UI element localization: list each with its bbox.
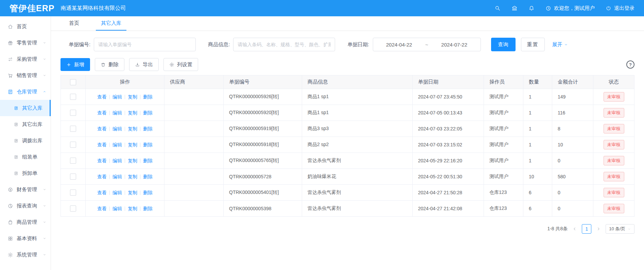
edit-link[interactable]: 编辑 xyxy=(109,111,125,115)
column-settings-label: 列设置 xyxy=(177,61,192,68)
col-header-product: 商品信息 xyxy=(302,75,413,89)
date-from-value[interactable]: 2024-04-22 xyxy=(386,42,412,48)
sidebar-item-system[interactable]: 系统管理 xyxy=(0,247,51,263)
sidebar-item-label: 其它入库 xyxy=(22,105,42,111)
doc-icon xyxy=(14,138,19,143)
delete-link[interactable]: 删除 xyxy=(140,206,155,211)
cell-date: 2024-07-05 00:13:43 xyxy=(413,105,484,121)
delete-link[interactable]: 删除 xyxy=(140,127,155,131)
edit-link[interactable]: 编辑 xyxy=(109,206,125,211)
edit-link[interactable]: 编辑 xyxy=(109,95,125,99)
sidebar-item-transfer-outbound[interactable]: 调拨出库 xyxy=(0,132,51,149)
view-link[interactable]: 查看 xyxy=(94,111,109,115)
search-icon[interactable] xyxy=(494,5,501,11)
date-to-value[interactable]: 2024-07-22 xyxy=(441,42,467,48)
row-checkbox[interactable] xyxy=(70,142,76,148)
sidebar-item-retail[interactable]: 零售管理 xyxy=(0,35,51,51)
sidebar-item-reports[interactable]: 报表查询 xyxy=(0,198,51,214)
row-checkbox[interactable] xyxy=(70,174,76,180)
copy-link[interactable]: 复制 xyxy=(125,159,140,163)
sidebar-item-label: 拆卸单 xyxy=(22,170,37,177)
edit-link[interactable]: 编辑 xyxy=(109,143,125,147)
sidebar-item-finance[interactable]: 财务管理 xyxy=(0,181,51,198)
copy-link[interactable]: 复制 xyxy=(125,95,140,99)
cell-date: 2024-07-03 23:22:05 xyxy=(413,121,484,137)
notification-bell-icon[interactable] xyxy=(528,5,535,11)
sidebar-item-assembly[interactable]: 组装单 xyxy=(0,149,51,165)
export-button[interactable]: 导出 xyxy=(129,58,159,71)
view-link[interactable]: 查看 xyxy=(94,127,109,131)
cell-date: 2024-07-03 23:15:02 xyxy=(413,137,484,153)
page-number-button[interactable]: 1 xyxy=(582,224,591,234)
cell-status: 未审核 xyxy=(593,105,634,121)
sidebar-item-goods[interactable]: 商品管理 xyxy=(0,214,51,230)
copy-link[interactable]: 复制 xyxy=(125,111,140,115)
edit-link[interactable]: 编辑 xyxy=(109,159,125,163)
row-checkbox[interactable] xyxy=(70,94,76,100)
status-badge: 未审核 xyxy=(604,156,624,165)
sidebar-item-warehouse[interactable]: 仓库管理 xyxy=(0,84,51,100)
copy-link[interactable]: 复制 xyxy=(125,206,140,211)
edit-link[interactable]: 编辑 xyxy=(109,127,125,131)
status-badge: 未审核 xyxy=(604,188,624,197)
view-link[interactable]: 查看 xyxy=(94,191,109,195)
sidebar-item-purchase[interactable]: 采购管理 xyxy=(0,51,51,67)
view-link[interactable]: 查看 xyxy=(94,206,109,211)
add-button[interactable]: 新增 xyxy=(60,58,90,71)
date-range-picker[interactable]: 2024-04-22 ~ 2024-07-22 xyxy=(373,38,481,51)
chevron-down-icon xyxy=(564,42,568,47)
sidebar-item-other-outbound[interactable]: 其它出库 xyxy=(0,116,51,132)
cell-qty: 6 xyxy=(523,185,552,201)
welcome-user[interactable]: 欢迎您，测试用户 xyxy=(545,5,595,12)
sidebar-item-home[interactable]: 首页 xyxy=(0,18,51,35)
row-checkbox[interactable] xyxy=(70,190,76,196)
tab-home[interactable]: 首页 xyxy=(64,16,84,31)
row-checkbox[interactable] xyxy=(70,126,76,132)
column-settings-button[interactable]: 列设置 xyxy=(163,58,198,71)
product-info-input[interactable] xyxy=(233,38,335,51)
delete-link[interactable]: 删除 xyxy=(140,143,155,147)
row-checkbox[interactable] xyxy=(70,205,76,212)
cell-product: 商品2 sp2 xyxy=(302,137,413,153)
organization-icon[interactable] xyxy=(511,5,518,11)
delete-link[interactable]: 删除 xyxy=(140,95,155,99)
sidebar-item-disassembly[interactable]: 拆卸单 xyxy=(0,165,51,181)
expand-toggle[interactable]: 展开 xyxy=(552,41,568,48)
order-no-input[interactable] xyxy=(94,38,196,51)
doc-icon xyxy=(14,171,19,176)
reset-button[interactable]: 重置 xyxy=(521,38,545,51)
copy-link[interactable]: 复制 xyxy=(125,127,140,131)
doc-icon xyxy=(14,122,19,127)
edit-link[interactable]: 编辑 xyxy=(109,191,125,195)
copy-link[interactable]: 复制 xyxy=(125,143,140,147)
view-link[interactable]: 查看 xyxy=(94,175,109,179)
delete-link[interactable]: 删除 xyxy=(140,159,155,163)
next-page-button[interactable] xyxy=(596,226,601,232)
sidebar-item-other-inbound[interactable]: 其它入库 xyxy=(0,100,51,116)
row-checkbox[interactable] xyxy=(70,158,76,164)
sidebar-item-basic-data[interactable]: 基本资料 xyxy=(0,230,51,247)
delete-link[interactable]: 删除 xyxy=(140,175,155,179)
sidebar-item-sales[interactable]: 销售管理 xyxy=(0,67,51,84)
help-icon[interactable]: ? xyxy=(626,60,634,69)
delete-link[interactable]: 删除 xyxy=(140,191,155,195)
app-logo: 管伊佳ERP xyxy=(0,3,60,14)
edit-link[interactable]: 编辑 xyxy=(109,175,125,179)
row-checkbox[interactable] xyxy=(70,110,76,116)
select-all-checkbox[interactable] xyxy=(70,79,76,85)
sidebar-item-label: 采购管理 xyxy=(17,56,37,62)
copy-link[interactable]: 复制 xyxy=(125,175,140,179)
view-link[interactable]: 查看 xyxy=(94,95,109,99)
delete-link[interactable]: 删除 xyxy=(140,111,155,115)
pagination-summary: 1-8 共8条 xyxy=(547,226,568,232)
logout-button[interactable]: 退出登录 xyxy=(606,5,634,12)
copy-link[interactable]: 复制 xyxy=(125,191,140,195)
tab-other-inbound[interactable]: 其它入库 xyxy=(96,16,126,31)
prev-page-button[interactable] xyxy=(572,226,577,232)
search-button[interactable]: 查询 xyxy=(491,38,516,51)
view-link[interactable]: 查看 xyxy=(94,143,109,147)
view-link[interactable]: 查看 xyxy=(94,159,109,163)
delete-button[interactable]: 删除 xyxy=(95,58,124,71)
page-size-select[interactable]: 10 条/页 xyxy=(606,224,634,234)
app-header: 管伊佳ERP 南通某某网络科技有限公司 欢迎您，测试用户 退出登录 xyxy=(0,0,644,16)
